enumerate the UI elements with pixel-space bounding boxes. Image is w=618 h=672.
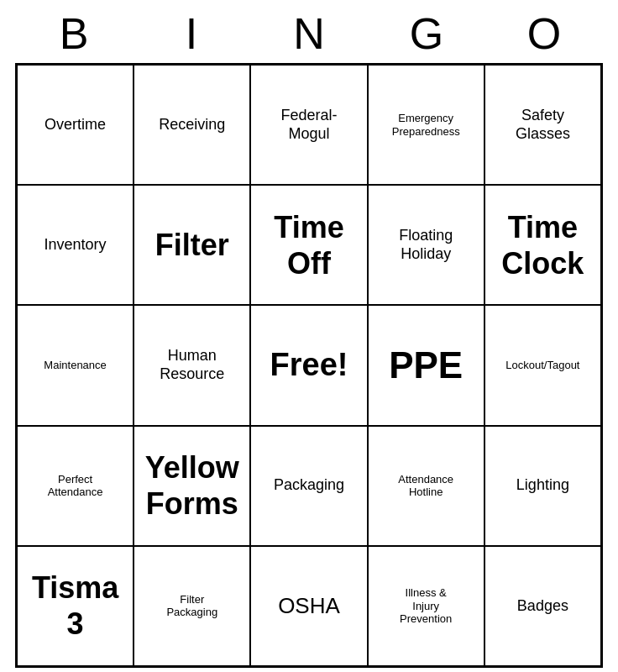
bingo-cell-20[interactable]: Tisma 3 — [17, 546, 134, 666]
bingo-cell-0[interactable]: Overtime — [17, 65, 134, 185]
bingo-cell-1[interactable]: Receiving — [134, 65, 250, 185]
bingo-cell-12[interactable]: Free! — [250, 305, 367, 425]
bingo-cell-23[interactable]: Illness & Injury Prevention — [368, 546, 484, 666]
bingo-cell-24[interactable]: Badges — [484, 546, 601, 666]
letter-g: G — [376, 8, 477, 59]
bingo-title-row: B I N G O — [15, 0, 603, 63]
letter-n: N — [259, 8, 359, 59]
bingo-cell-19[interactable]: Lighting — [484, 426, 601, 546]
bingo-cell-4[interactable]: Safety Glasses — [484, 65, 601, 185]
bingo-cell-8[interactable]: Floating Holiday — [368, 185, 484, 305]
bingo-cell-11[interactable]: Human Resource — [134, 305, 250, 425]
bingo-grid: OvertimeReceivingFederal- MogulEmergency… — [15, 63, 603, 668]
bingo-cell-7[interactable]: Time Off — [250, 185, 367, 305]
bingo-cell-6[interactable]: Filter — [134, 185, 250, 305]
bingo-cell-16[interactable]: Yellow Forms — [134, 426, 250, 546]
bingo-cell-14[interactable]: Lockout/Tagout — [484, 305, 601, 425]
bingo-cell-21[interactable]: Filter Packaging — [134, 546, 250, 666]
bingo-cell-15[interactable]: Perfect Attendance — [17, 426, 134, 546]
letter-o: O — [494, 8, 594, 59]
bingo-cell-5[interactable]: Inventory — [17, 185, 134, 305]
bingo-cell-17[interactable]: Packaging — [250, 426, 367, 546]
bingo-cell-13[interactable]: PPE — [368, 305, 484, 425]
bingo-cell-10[interactable]: Maintenance — [17, 305, 134, 425]
bingo-cell-22[interactable]: OSHA — [250, 546, 367, 666]
bingo-cell-18[interactable]: Attendance Hotline — [368, 426, 484, 546]
letter-i: I — [141, 8, 242, 59]
bingo-cell-9[interactable]: Time Clock — [484, 185, 601, 305]
bingo-cell-3[interactable]: Emergency Preparedness — [368, 65, 484, 185]
bingo-cell-2[interactable]: Federal- Mogul — [250, 65, 367, 185]
letter-b: B — [24, 8, 124, 59]
